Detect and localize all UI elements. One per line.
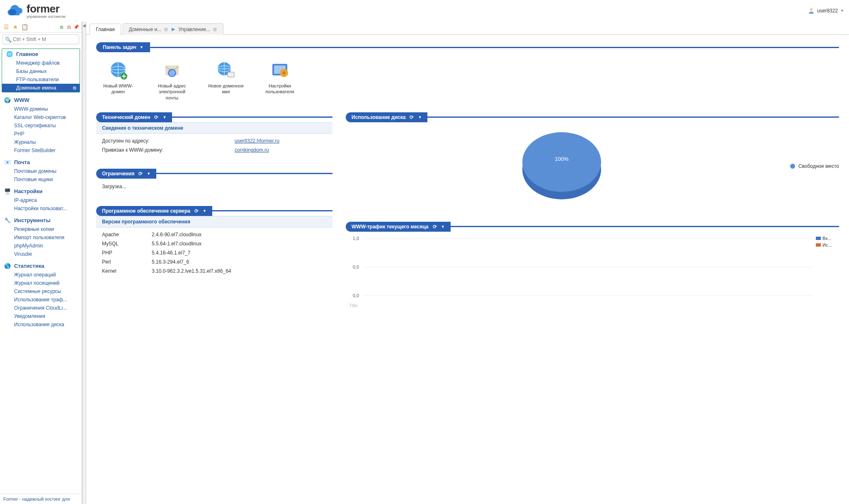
brand-tagline: управление хостингом (27, 15, 65, 19)
www-icon: 🌍 (4, 97, 11, 103)
nav-group-header[interactable]: 🔧Инструменты (0, 215, 82, 225)
tech-domain-title: Технический домен (102, 114, 150, 120)
globe-icon: 🌐 (6, 51, 13, 57)
search-input[interactable] (2, 34, 79, 44)
legend-label: Вх... (822, 236, 832, 241)
content: Панель задач ▼ Новый WWW-домен@Новый адр… (86, 35, 849, 504)
collapse-all-icon[interactable]: ⊟ (66, 24, 72, 30)
nav-item[interactable]: Former SiteBuilder (0, 146, 82, 155)
nav-item[interactable]: Доменные имена⧉ (2, 84, 80, 92)
nav-item[interactable]: Использование диска (0, 320, 82, 329)
nav-item[interactable]: Уведомления (0, 312, 82, 320)
nav-group: 🌍WWWWWW-доменыКаталог Web-скриптовSSL-се… (0, 95, 82, 155)
caret-down-icon[interactable]: ▼ (441, 225, 445, 229)
nav-item[interactable]: Журналы (0, 138, 82, 146)
expand-all-icon[interactable]: ⊞ (58, 24, 64, 30)
disk-legend-label: Свободное место (798, 163, 839, 169)
quick-action[interactable]: Новый WWW-домен (99, 61, 137, 101)
quick-action[interactable]: @Новый адрес электронной почты (153, 61, 191, 101)
refresh-icon[interactable]: ⟳ (154, 114, 158, 120)
nav-item[interactable]: Системные ресурсы (0, 287, 82, 296)
caret-down-icon[interactable]: ▼ (418, 115, 422, 119)
legend-label: Ис... (822, 242, 832, 247)
splitter[interactable]: ◀ (82, 22, 86, 504)
nav-item[interactable]: Ограничения CloudLi... (0, 304, 82, 312)
pin-icon[interactable]: 📌 (73, 24, 79, 30)
sw-version: 5.5.64-1.el7.cloudlinux (152, 239, 327, 248)
quick-action[interactable]: Новое доменное имя (207, 61, 245, 101)
nav-item[interactable]: phpMyAdmin (0, 242, 82, 250)
nav-group: 🌐ГлавноеМенеджер файловБазы данныхFTP-по… (2, 48, 80, 92)
tab-bar: ГлавнаяДоменные и...⊗▶Управление...⊗ (86, 22, 849, 35)
caret-down-icon[interactable]: ▼ (203, 209, 206, 213)
nav-item[interactable]: Базы данных (2, 67, 80, 75)
divider (156, 173, 332, 174)
quick-actions: Новый WWW-домен@Новый адрес электронной … (96, 56, 839, 112)
task-panel-toggle[interactable]: Панель задач ▼ (96, 42, 150, 52)
nav-group-header[interactable]: 🖥️Настройки (0, 186, 82, 196)
tab-crumb: Доменные и... (129, 27, 161, 32)
nav-group-header[interactable]: 🌍WWW (0, 95, 82, 105)
nav-item[interactable]: FTP-пользователи (2, 75, 80, 84)
user-settings-icon (270, 61, 290, 80)
user-menu[interactable]: user8322 ▼ (808, 7, 844, 14)
nav-item[interactable]: Почтовые домены (0, 167, 82, 175)
domain-plus-icon (216, 61, 236, 80)
nav-item[interactable]: PHP (0, 130, 82, 138)
close-icon[interactable]: ⊗ (164, 26, 168, 32)
legend-swatch (816, 237, 821, 240)
refresh-icon[interactable]: ⟳ (138, 171, 143, 177)
sw-name: PHP (102, 248, 152, 257)
nav-item[interactable]: IP-адреса (0, 196, 82, 204)
disk-header[interactable]: Использование диска ⟳ ▼ (346, 112, 427, 122)
caret-down-icon[interactable]: ▼ (147, 172, 150, 176)
limits-header[interactable]: Ограничения ⟳ ▼ (96, 169, 156, 179)
stats-icon: 🌎 (4, 262, 11, 269)
nav-item[interactable]: Virusdie (0, 250, 82, 258)
nav-item[interactable]: WWW-домены (0, 105, 82, 113)
tree-icon[interactable]: ☰ (2, 23, 10, 31)
nav-group: 🔧ИнструментыРезервные копииИмпорт пользо… (0, 215, 82, 258)
loading-text: Загрузка... (102, 181, 327, 192)
chevron-right-icon: ▶ (172, 27, 175, 32)
nav-item[interactable]: Каталог Web-скриптов (0, 113, 82, 121)
nav-group-header[interactable]: 📧Почта (0, 157, 82, 167)
mail-plus-icon: @ (162, 61, 182, 80)
link[interactable]: cornkingdom.ru (235, 147, 269, 153)
nav-item[interactable]: Импорт пользователя (0, 233, 82, 242)
tech-domain-header[interactable]: Технический домен ⟳ ▼ (96, 112, 172, 122)
star-icon[interactable]: ★ (12, 23, 19, 31)
refresh-icon[interactable]: ⟳ (433, 224, 437, 230)
nav-item[interactable]: Менеджер файлов (2, 59, 80, 67)
refresh-icon[interactable]: ⟳ (410, 114, 414, 120)
nav-item[interactable]: Журнал посещений (0, 279, 82, 287)
divider (172, 116, 332, 118)
nav-item[interactable]: Журнал операций (0, 271, 82, 279)
caret-down-icon[interactable]: ▼ (163, 115, 166, 119)
traffic-header[interactable]: WWW-трафик текущего месяца ⟳ ▼ (346, 222, 451, 232)
sw-name: MySQL (102, 239, 152, 248)
nav-item[interactable]: Резервные копии (0, 225, 82, 233)
traffic-title: WWW-трафик текущего месяца (352, 224, 429, 230)
nav-item[interactable]: SSL-сертификаты (0, 121, 82, 130)
tab[interactable]: Главная (90, 24, 121, 35)
divider (150, 47, 839, 48)
refresh-icon[interactable]: ⟳ (194, 208, 199, 214)
clipboard-icon[interactable]: 📋 (21, 23, 28, 31)
link[interactable]: user8322.hformer.ru (235, 138, 279, 144)
software-header[interactable]: Программное обеспечение сервера ⟳ ▼ (96, 206, 212, 216)
nav-item[interactable]: Почтовые ящики (0, 175, 82, 184)
nav-item[interactable]: Настройки пользоват... (0, 204, 82, 213)
y-tick: 0,5 (346, 264, 359, 269)
nav-group-header[interactable]: 🌐Главное (2, 49, 80, 59)
quick-action[interactable]: Настройки пользователя (261, 61, 298, 101)
nav-item-label: Доменные имена (16, 85, 56, 91)
close-icon[interactable]: ⊗ (213, 26, 217, 32)
disk-pie-chart: 100% (518, 129, 605, 204)
tab[interactable]: Доменные и...⊗▶Управление...⊗ (123, 23, 223, 35)
quick-action-label: Новый адрес электронной почты (153, 83, 191, 101)
nav-item[interactable]: Использование траф... (0, 296, 82, 304)
nav-tree: 🌐ГлавноеМенеджер файловБазы данныхFTP-по… (0, 46, 82, 494)
nav-group-header[interactable]: 🌎Статистика (0, 261, 82, 271)
disk-percent: 100% (555, 155, 568, 162)
